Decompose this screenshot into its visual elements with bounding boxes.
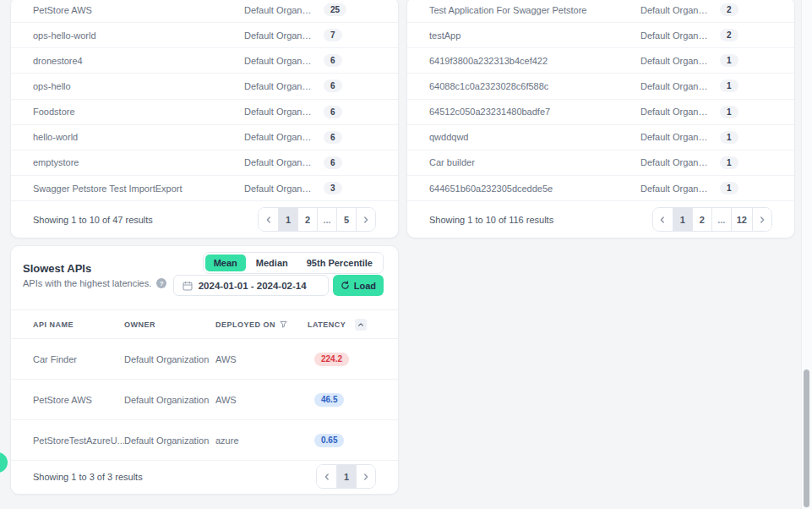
owner-name: Default Organization — [244, 5, 312, 15]
load-button[interactable]: Load — [333, 275, 384, 296]
refresh-icon — [341, 281, 350, 290]
next-page-button[interactable] — [356, 465, 375, 488]
pagination: 1 — [316, 464, 376, 489]
application-name: 6419f3800a232313b4cef422 — [429, 56, 640, 66]
table-row[interactable]: Swagger Petstore Test ImportExport Defau… — [11, 176, 398, 201]
api-name: hello-world — [33, 132, 244, 142]
page-button-1[interactable]: 1 — [336, 465, 356, 488]
sort-ascending-icon[interactable] — [355, 319, 367, 331]
prev-page-button[interactable] — [317, 465, 336, 488]
prev-page-button[interactable] — [259, 208, 278, 231]
table-row[interactable]: 644651b60a232305dcedde5e Default Organiz… — [407, 176, 794, 201]
applications-usage-card: Test Application For Swagger Petstore De… — [406, 0, 795, 238]
table-row[interactable]: PetStore AWS Default Organization AWS 46… — [11, 380, 398, 420]
table-row[interactable]: qwddqwd Default Organization 1 — [407, 125, 794, 151]
table-header-row: API NAME OWNER DEPLOYED ON LATENCY — [11, 309, 398, 339]
date-range-input[interactable]: 2024-01-01 - 2024-02-14 — [173, 275, 329, 296]
column-header-owner: OWNER — [124, 320, 215, 329]
page-button-2[interactable]: 2 — [297, 208, 317, 231]
count-badge: 6 — [324, 106, 342, 118]
count-badge: 1 — [720, 54, 738, 67]
owner-name: Default Organization — [124, 435, 215, 446]
count-badge: 1 — [720, 156, 738, 169]
tab-median[interactable]: Median — [248, 254, 297, 271]
deployed-on-value: azure — [215, 435, 308, 446]
load-button-label: Load — [354, 281, 376, 291]
table-row[interactable]: Car builder Default Organization 1 — [407, 151, 794, 176]
tab-mean[interactable]: Mean — [205, 254, 246, 271]
owner-name: Default Organization — [244, 157, 312, 167]
deployed-on-value: AWS — [215, 354, 308, 364]
count-badge: 25 — [324, 3, 346, 16]
api-name: PetStore AWS — [33, 395, 124, 405]
api-name: dronestore4 — [33, 56, 244, 66]
next-page-button[interactable] — [356, 208, 375, 231]
api-name: PetStore AWS — [33, 5, 244, 15]
date-range-value: 2024-01-01 - 2024-02-14 — [199, 281, 307, 291]
count-badge: 6 — [324, 54, 342, 67]
table-row[interactable]: PetStoreTestAzureU... Default Organizati… — [11, 420, 398, 461]
page-button-last[interactable]: 12 — [731, 208, 752, 231]
table-row[interactable]: dronestore4 Default Organization 6 — [11, 48, 398, 74]
api-name: Swagger Petstore Test ImportExport — [33, 183, 244, 194]
page-button-1[interactable]: 1 — [278, 208, 297, 231]
owner-name: Default Organization — [124, 354, 215, 364]
table-row[interactable]: hello-world Default Organization 6 — [11, 125, 398, 151]
api-name: ops-hello — [33, 81, 244, 91]
page-button-last[interactable]: 5 — [336, 208, 356, 231]
table-row[interactable]: 6419f3800a232313b4cef422 Default Organiz… — [407, 48, 794, 74]
latency-badge: 46.5 — [314, 393, 344, 407]
latency-label: LATENCY — [308, 320, 346, 329]
floating-widget-button[interactable] — [0, 452, 8, 473]
slowest-apis-card: Slowest APIs APIs with the highest laten… — [10, 245, 399, 495]
table-row[interactable]: 64088c1c0a2323028c6f588c Default Organiz… — [407, 74, 794, 99]
table-row[interactable]: 64512c050a23231480badfe7 Default Organiz… — [407, 100, 794, 125]
filter-icon[interactable] — [280, 320, 287, 328]
owner-name: Default Organization — [640, 132, 708, 142]
api-name: Foodstore — [33, 107, 244, 117]
calendar-icon — [183, 281, 193, 291]
page-ellipsis: ... — [711, 208, 731, 231]
owner-name: Default Organization — [124, 395, 215, 405]
page-button-2[interactable]: 2 — [692, 208, 711, 231]
application-name: Test Application For Swagger Petstore — [429, 5, 640, 15]
application-name: 64512c050a23231480badfe7 — [429, 107, 640, 117]
table-row[interactable]: ops-hello Default Organization 6 — [11, 74, 398, 99]
table-row[interactable]: Car Finder Default Organization AWS 224.… — [11, 339, 398, 380]
table-row[interactable]: ops-hello-world Default Organization 7 — [11, 23, 398, 48]
table-footer: Showing 1 to 10 of 47 results 1 2 ... 5 — [11, 201, 398, 238]
table-row[interactable]: Test Application For Swagger Petstore De… — [407, 0, 794, 23]
chevron-left-icon — [658, 216, 667, 224]
owner-name: Default Organization — [640, 56, 708, 66]
latency-badge: 224.2 — [314, 353, 349, 366]
table-row[interactable]: Foodstore Default Organization 6 — [11, 100, 398, 125]
table-row[interactable]: PetStore AWS Default Organization 25 — [11, 0, 398, 23]
count-badge: 1 — [720, 106, 738, 118]
pagination: 1 2 ... 5 — [258, 207, 376, 232]
count-badge: 1 — [720, 79, 738, 92]
chevron-right-icon — [758, 216, 766, 224]
section-subtitle: APIs with the highest latencies. ? — [23, 278, 166, 288]
table-row[interactable]: testApp Default Organization 2 — [407, 23, 794, 48]
owner-name: Default Organization — [244, 56, 312, 66]
table-footer: Showing 1 to 3 of 3 results 1 — [11, 459, 398, 494]
help-icon[interactable]: ? — [156, 278, 166, 288]
next-page-button[interactable] — [752, 208, 771, 231]
chevron-left-icon — [264, 216, 273, 224]
page-button-1[interactable]: 1 — [673, 208, 692, 231]
results-summary: Showing 1 to 3 of 3 results — [33, 472, 143, 482]
tab-95th-percentile[interactable]: 95th Percentile — [298, 254, 381, 271]
prev-page-button[interactable] — [653, 208, 673, 231]
scrollbar-thumb[interactable] — [804, 369, 809, 507]
latency-badge: 0.65 — [314, 434, 344, 447]
pagination: 1 2 ... 12 — [652, 207, 772, 232]
application-name: 644651b60a232305dcedde5e — [429, 183, 640, 194]
application-name: qwddqwd — [429, 132, 640, 142]
table-row[interactable]: emptystore Default Organization 6 — [11, 151, 398, 176]
section-subtitle-text: APIs with the highest latencies. — [23, 278, 151, 288]
count-badge: 6 — [324, 156, 342, 169]
count-badge: 6 — [324, 79, 342, 92]
chevron-right-icon — [362, 216, 370, 224]
api-name: PetStoreTestAzureU... — [33, 435, 124, 446]
application-name: Car builder — [429, 157, 640, 167]
